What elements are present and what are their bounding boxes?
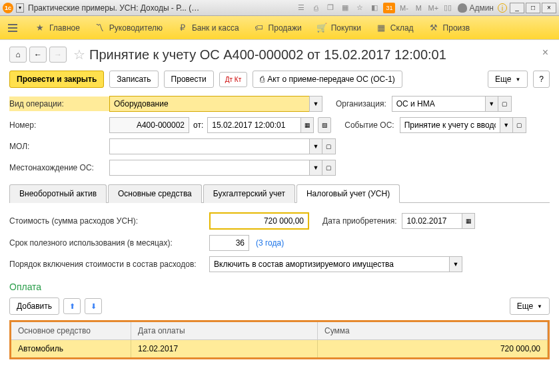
row-cost: Стоимость (сумма расходов УСН): Дата при…	[9, 212, 550, 230]
close-button[interactable]: ×	[542, 3, 556, 13]
payment-more-button[interactable]: Еще▼	[510, 297, 550, 315]
number-input[interactable]	[109, 117, 189, 133]
tb-icon-1[interactable]: ☰	[295, 3, 307, 13]
grid-header: Основное средство Дата оплаты Сумма	[11, 322, 548, 340]
m[interactable]: M	[412, 3, 424, 13]
row-location: Местонахождение ОС: ▼ ▢	[9, 160, 550, 176]
cost-input[interactable]	[209, 212, 309, 230]
tb-icon-calc[interactable]: ▦	[339, 3, 351, 13]
doc-title: Принятие к учету ОС А400-000002 от 15.02…	[89, 47, 446, 63]
nav-menu[interactable]	[5, 22, 20, 34]
nav-production[interactable]: ⚒Произв	[428, 23, 470, 33]
favorite-icon[interactable]: ☆	[73, 47, 85, 63]
nav-sales[interactable]: 🏷Продажи	[254, 23, 302, 33]
close-doc-button[interactable]: ×	[542, 47, 548, 59]
app-menu-dropdown[interactable]: ▾	[16, 3, 24, 13]
payment-section-title: Оплата	[9, 282, 550, 292]
tb-icon-print[interactable]: ⎙	[310, 3, 322, 13]
acq-date-input[interactable]	[402, 213, 462, 229]
event-dropdown[interactable]: ▼	[500, 117, 513, 133]
life-label: Срок полезного использования (в месяцах)…	[9, 236, 209, 250]
mol-dropdown[interactable]: ▼	[309, 138, 322, 154]
post-button[interactable]: Провести	[164, 71, 214, 88]
life-input[interactable]	[209, 235, 249, 251]
org-dropdown[interactable]: ▼	[485, 96, 498, 112]
dtkt-button[interactable]: Дт Кт	[219, 72, 248, 87]
from-label: от:	[193, 120, 203, 130]
mol-open[interactable]: ▢	[322, 138, 336, 154]
cell-sum: 720 000,00	[318, 340, 548, 357]
star-icon[interactable]: ☆	[354, 3, 366, 13]
user-name: Админ	[469, 3, 494, 13]
tag-icon: 🏷	[254, 23, 265, 33]
tab-noncurrent-asset[interactable]: Внеоборотный актив	[9, 184, 107, 203]
event-input[interactable]	[400, 117, 500, 133]
row-mol: МОЛ: ▼ ▢	[9, 138, 550, 154]
location-open[interactable]: ▢	[322, 160, 336, 176]
col-date[interactable]: Дата оплаты	[131, 322, 318, 339]
col-asset[interactable]: Основное средство	[11, 322, 131, 339]
location-label: Местонахождение ОС:	[9, 160, 109, 175]
location-dropdown[interactable]: ▼	[309, 160, 322, 176]
user-indicator[interactable]: Админ	[458, 3, 494, 13]
row-life: Срок полезного использования (в месяцах)…	[9, 235, 550, 251]
date-picker[interactable]: ▦	[300, 117, 314, 133]
write-button[interactable]: Записать	[109, 71, 158, 88]
move-up-button[interactable]: ⬆	[63, 298, 81, 314]
move-down-button[interactable]: ⬇	[85, 298, 102, 314]
tab-accounting[interactable]: Бухгалтерский учет	[203, 184, 295, 203]
info-icon[interactable]: i	[498, 3, 507, 13]
tb-icon-5[interactable]: ◧	[368, 3, 380, 13]
acq-date-picker[interactable]: ▦	[462, 213, 475, 229]
mol-input[interactable]	[109, 138, 309, 154]
table-row[interactable]: Автомобиль 12.02.2017 720 000,00	[11, 340, 548, 357]
row-number: Номер: от: ▦ ▧ Событие ОС: ▼ ▢	[9, 117, 550, 133]
home-button[interactable]: ⌂	[9, 47, 27, 63]
tab-tax-usn[interactable]: Налоговый учет (УСН)	[296, 184, 400, 203]
date-extra[interactable]: ▧	[318, 117, 331, 133]
nav-purchases[interactable]: 🛒Покупки	[316, 23, 361, 33]
toolbar: Провести и закрыть Записать Провести Дт …	[9, 71, 550, 88]
calendar-icon[interactable]: 31	[383, 3, 395, 13]
chevron-down-icon: ▼	[515, 77, 520, 83]
org-input[interactable]	[392, 96, 485, 112]
minimize-button[interactable]: _	[510, 3, 524, 13]
tabs: Внеоборотный актив Основные средства Бух…	[9, 184, 550, 203]
tab-fixed-assets[interactable]: Основные средства	[108, 184, 202, 203]
nav-manager[interactable]: 〽Руководителю	[95, 23, 163, 33]
nav-main[interactable]: ★Главное	[35, 23, 80, 33]
event-open[interactable]: ▢	[513, 117, 526, 133]
user-icon	[458, 3, 467, 13]
row-order: Порядок включения стоимости в состав рас…	[9, 256, 550, 272]
org-open[interactable]: ▢	[498, 96, 512, 112]
help-button[interactable]: ?	[533, 71, 550, 88]
m-minus[interactable]: M-	[398, 3, 410, 13]
forward-button[interactable]: →	[49, 47, 67, 63]
location-input[interactable]	[109, 160, 309, 176]
panel-icon[interactable]: ▯▯	[442, 3, 454, 13]
print-act-button[interactable]: ⎙Акт о приеме-передаче ОС (ОС-1)	[253, 71, 402, 88]
nav-bank[interactable]: ₽Банк и касса	[177, 23, 239, 33]
order-label: Порядок включения стоимости в состав рас…	[9, 257, 209, 272]
m-plus[interactable]: M+	[427, 3, 439, 13]
post-close-button[interactable]: Провести и закрыть	[9, 71, 104, 88]
order-input[interactable]	[209, 256, 449, 272]
op-type-dropdown[interactable]: ▼	[309, 96, 322, 112]
order-dropdown[interactable]: ▼	[449, 256, 462, 272]
event-label: Событие ОС:	[344, 118, 394, 132]
org-label: Организация:	[336, 97, 386, 111]
maximize-button[interactable]: □	[526, 3, 540, 13]
op-type-input[interactable]	[109, 96, 309, 112]
more-button[interactable]: Еще▼	[488, 71, 528, 88]
window-title: Практические примеры. УСН: Доходы - Р...…	[28, 3, 201, 13]
box-icon: ▦	[376, 23, 386, 33]
print-icon: ⎙	[260, 75, 265, 84]
add-button[interactable]: Добавить	[9, 297, 59, 315]
life-link[interactable]: (3 года)	[256, 238, 284, 248]
payment-toolbar: Добавить ⬆ ⬇ Еще▼	[9, 297, 550, 315]
tb-icon-doc[interactable]: ❐	[324, 3, 336, 13]
col-sum[interactable]: Сумма	[318, 322, 548, 339]
back-button[interactable]: ←	[29, 47, 47, 63]
nav-warehouse[interactable]: ▦Склад	[376, 23, 414, 33]
date-input[interactable]	[207, 117, 300, 133]
